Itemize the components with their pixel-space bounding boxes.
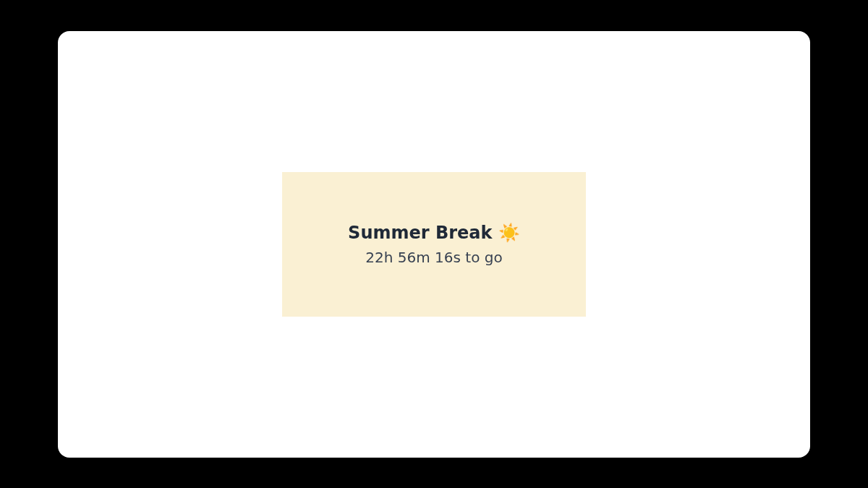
- app-frame: Summer Break ☀️ 22h 56m 16s to go: [58, 31, 810, 458]
- app-background: Summer Break ☀️ 22h 56m 16s to go: [0, 0, 868, 488]
- countdown-title: Summer Break ☀️: [348, 222, 520, 244]
- countdown-card: Summer Break ☀️ 22h 56m 16s to go: [282, 172, 586, 317]
- countdown-time-remaining: 22h 56m 16s to go: [365, 249, 502, 266]
